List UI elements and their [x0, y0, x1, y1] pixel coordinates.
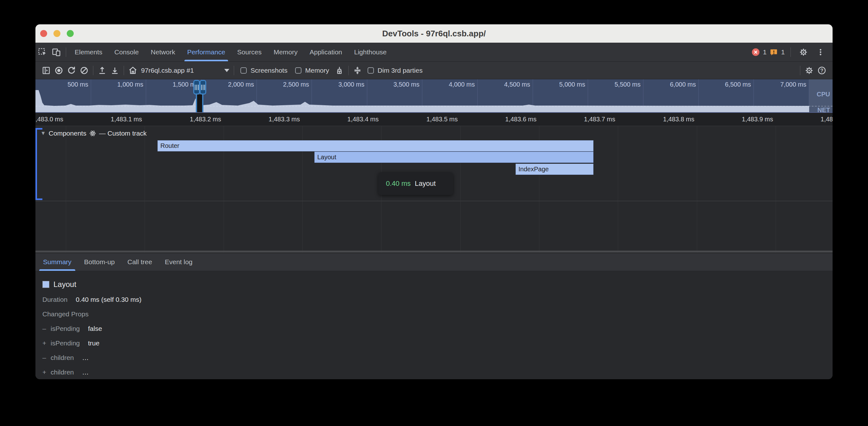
tab-summary[interactable]: Summary: [37, 253, 78, 271]
upload-profile-icon[interactable]: [96, 66, 108, 75]
ruler-tick: 1,483.2 ms: [190, 116, 221, 123]
ruler-tick: 1,484.0 ms: [820, 116, 833, 123]
prop-key: children: [51, 368, 74, 376]
toggle-sidebar-icon[interactable]: [40, 66, 53, 75]
titlebar: DevTools - 97r6ql.csb.app/: [35, 24, 833, 43]
timeline-overview[interactable]: 500 ms 1,000 ms 1,500 ms 2,000 ms 2,500 …: [35, 79, 833, 113]
prop-sign: –: [42, 325, 51, 332]
ruler-tick: 1,483.7 ms: [584, 116, 615, 123]
target-selector-dropdown[interactable]: 97r6ql.csb.app #1: [141, 67, 229, 74]
tab-bottom-up[interactable]: Bottom-up: [78, 253, 121, 271]
home-icon[interactable]: [127, 66, 139, 75]
prop-key: children: [51, 354, 74, 361]
net-lane-label: NET: [817, 106, 830, 113]
prop-sign: +: [42, 368, 51, 376]
gridline: [66, 126, 66, 253]
selection-right-stem: [202, 95, 204, 113]
flame-bar-router[interactable]: Router: [158, 140, 593, 152]
capture-settings-gear-icon[interactable]: [803, 66, 815, 75]
duration-value: 0.40 ms (self 0.30 ms): [75, 296, 142, 303]
screenshots-label: Screenshots: [251, 67, 287, 74]
detail-time-ruler[interactable]: 1,483.0 ms 1,483.1 ms 1,483.2 ms 1,483.3…: [35, 113, 833, 126]
device-toolbar-icon[interactable]: [49, 43, 63, 61]
prop-value: …: [82, 354, 89, 362]
kebab-menu-icon[interactable]: [814, 48, 828, 56]
warning-icon[interactable]: [770, 48, 778, 56]
tab-memory[interactable]: Memory: [268, 43, 304, 61]
selection-window[interactable]: [197, 95, 202, 113]
memory-checkbox-group[interactable]: Memory: [295, 67, 329, 74]
divider: [790, 47, 791, 57]
duration-label: Duration: [42, 296, 67, 303]
main-tabbar: Elements Console Network Performance Sou…: [35, 43, 833, 62]
memory-label: Memory: [305, 67, 329, 74]
gridline: [618, 126, 618, 253]
net-separator-dashed-line: [35, 106, 833, 106]
throttling-icon[interactable]: [351, 66, 364, 75]
settings-gear-icon[interactable]: [797, 47, 810, 57]
dim-3rd-parties-label: Dim 3rd parties: [378, 67, 423, 74]
svg-text:?: ?: [820, 68, 824, 73]
tab-lighthouse[interactable]: Lighthouse: [348, 43, 393, 61]
divider: [93, 66, 93, 75]
flame-chart[interactable]: ▼ Components — Custom track Router Layou…: [35, 126, 833, 253]
screenshots-checkbox[interactable]: [240, 67, 247, 74]
event-color-swatch: [42, 281, 49, 288]
summary-event-title: Layout: [54, 280, 76, 289]
track-selection-bracket: [35, 128, 37, 200]
error-count: 1: [763, 48, 767, 56]
memory-checkbox[interactable]: [295, 67, 302, 74]
track-name: Components: [49, 130, 86, 137]
error-icon[interactable]: [752, 48, 760, 56]
tab-call-tree[interactable]: Call tree: [121, 253, 158, 271]
clear-icon[interactable]: [78, 66, 90, 75]
tab-network[interactable]: Network: [145, 43, 181, 61]
download-profile-icon[interactable]: [108, 66, 121, 75]
gridline: [697, 126, 697, 253]
chevron-down-icon: [224, 69, 229, 72]
ruler-tick: 1,483.0 ms: [35, 116, 63, 123]
ruler-tick: 1,483.8 ms: [663, 116, 694, 123]
tab-console[interactable]: Console: [108, 43, 145, 61]
cpu-lane-label: CPU: [817, 91, 830, 98]
tab-elements[interactable]: Elements: [69, 43, 108, 61]
overview-right-panel: CPU NET: [809, 79, 833, 112]
prop-value: false: [88, 325, 102, 332]
selection-right-handle[interactable]: [199, 80, 206, 95]
prop-key: isPending: [51, 339, 80, 347]
selection-left-stem: [196, 95, 197, 113]
devtools-window: DevTools - 97r6ql.csb.app/ Elements Cons…: [35, 24, 833, 379]
selection-left-handle[interactable]: [193, 80, 200, 95]
garbage-collect-icon[interactable]: [333, 66, 346, 75]
tab-performance[interactable]: Performance: [181, 43, 231, 61]
tab-sources[interactable]: Sources: [231, 43, 268, 61]
inspect-element-icon[interactable]: [35, 43, 49, 61]
ruler-tick: 1,483.6 ms: [505, 116, 536, 123]
prop-key: isPending: [51, 325, 80, 332]
horizontal-scrollbar[interactable]: [35, 251, 833, 253]
record-and-reload-icon[interactable]: [65, 66, 78, 75]
dim-3rd-parties-checkbox[interactable]: [368, 67, 374, 74]
ruler-tick: 1,483.1 ms: [111, 116, 142, 123]
prop-value: true: [88, 339, 99, 347]
flame-bar-indexpage[interactable]: IndexPage: [516, 164, 593, 175]
track-header[interactable]: ▼ Components — Custom track: [40, 128, 147, 139]
cpu-activity-chart: [35, 79, 809, 113]
flame-tooltip: 0.40 ms Layout: [378, 172, 453, 195]
tab-event-log[interactable]: Event log: [158, 253, 199, 271]
tooltip-label: Layout: [415, 179, 436, 188]
prop-row: –children …: [42, 354, 833, 362]
ruler-tick: 1,483.4 ms: [347, 116, 379, 123]
collapse-triangle-icon[interactable]: ▼: [40, 130, 46, 136]
performance-toolbar: 97r6ql.csb.app #1 Screenshots Memory: [35, 62, 833, 79]
dim-3rd-parties-checkbox-group[interactable]: Dim 3rd parties: [368, 67, 423, 74]
flame-bar-layout[interactable]: Layout: [314, 152, 593, 163]
tab-application[interactable]: Application: [304, 43, 348, 61]
window-title: DevTools - 97r6ql.csb.app/: [35, 29, 833, 38]
changed-props-label: Changed Props: [42, 310, 89, 318]
track-suffix: — Custom track: [99, 130, 147, 137]
record-icon[interactable]: [53, 66, 65, 75]
summary-title-row: Layout: [42, 280, 833, 289]
help-icon[interactable]: ?: [815, 66, 828, 75]
screenshots-checkbox-group[interactable]: Screenshots: [240, 67, 287, 74]
